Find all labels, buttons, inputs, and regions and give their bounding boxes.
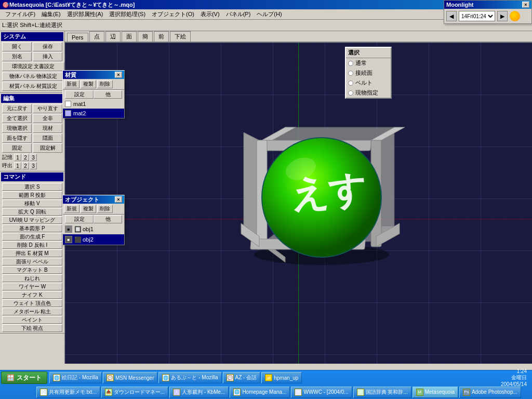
taskbar-wwwc[interactable]: W WWWC - [2004/0...	[291, 387, 352, 398]
mat-settings-button[interactable]: 設定	[65, 90, 94, 99]
insert-button[interactable]: 挿入	[33, 52, 62, 61]
taskbar-diary[interactable]: 🌐 絵日記 - Mozilla	[49, 372, 102, 383]
menu-edit[interactable]: 編集(E)	[38, 9, 64, 19]
metaball-cmd[interactable]: メタボール 粘土	[2, 308, 62, 315]
taskbar-game[interactable]: 人 人形裁判 - KbMe...	[169, 387, 229, 398]
save-button[interactable]: 保存	[33, 42, 62, 51]
recall-3[interactable]: 3	[30, 162, 37, 169]
menu-view[interactable]: 表示(V)	[197, 9, 223, 19]
memory-1[interactable]: 1	[14, 154, 21, 161]
current-select-button[interactable]: 現物選択	[2, 124, 32, 133]
moonlight-prev-btn[interactable]: ◀	[446, 11, 457, 21]
start-button[interactable]: 🪟 スタート	[1, 371, 47, 384]
menu-file[interactable]: ファイル(F)	[2, 9, 38, 19]
mat-other-button[interactable]: 他	[94, 90, 122, 99]
menu-help[interactable]: ヘルプ(H)	[254, 9, 285, 19]
tab-simple[interactable]: 簡	[138, 31, 153, 42]
delete-cmd[interactable]: 削除 D 反転 I	[2, 241, 62, 249]
recall-1[interactable]: 1	[14, 162, 21, 169]
menu-panel[interactable]: パネル(P)	[223, 9, 254, 19]
object-item-1[interactable]: ■ 🔲 obj1	[63, 224, 124, 234]
redo-button[interactable]: やり直す	[33, 104, 62, 113]
material-item-2[interactable]: mat2	[63, 109, 124, 118]
open-button[interactable]: 開く	[2, 42, 32, 51]
tab-pers[interactable]: Pers	[67, 33, 88, 42]
moonlight-close[interactable]: ×	[522, 2, 529, 8]
material-close-button[interactable]: ×	[115, 72, 122, 78]
tab-face[interactable]: 面	[122, 31, 137, 42]
taskbar-meta[interactable]: M Metasequoia	[413, 387, 458, 398]
taskbar-dl[interactable]: 📥 ダウンロードマネー...	[101, 387, 168, 398]
uv-cmd[interactable]: UVi映 U マッピング	[2, 216, 62, 224]
menu-object[interactable]: オブジェクト(O)	[149, 9, 197, 19]
wire-cmd[interactable]: ワイヤー W	[2, 283, 62, 290]
face-cmd[interactable]: 面の生成 F	[2, 233, 62, 241]
menu-select-attr[interactable]: 選択部属性(A)	[64, 9, 107, 19]
paint-cmd[interactable]: ペイント	[2, 316, 62, 324]
select-all-button[interactable]: 全て選択	[2, 114, 32, 123]
obj-copy-button[interactable]: 複製	[81, 205, 96, 213]
sel-item-belt[interactable]: ベルト	[346, 78, 391, 88]
move-cmd[interactable]: 移動 V	[2, 200, 62, 207]
sel-item-connect[interactable]: 接続面	[346, 68, 391, 78]
mat-copy-button[interactable]: 複製	[81, 80, 96, 88]
range-cmd[interactable]: 範囲 R 投影	[2, 191, 62, 199]
taskbar-dict[interactable]: 辞 国語辞典 英和辞...	[353, 387, 411, 398]
sel-item-current[interactable]: 現物指定	[346, 88, 391, 98]
taskbar-hpmgr[interactable]: 🌐 Homepage Mana...	[230, 387, 290, 398]
taskbar-memo[interactable]: 📄 共有用更新メモ.txt...	[36, 387, 100, 398]
undo-button[interactable]: 元に戻す	[2, 104, 32, 113]
weight-cmd[interactable]: ウェイト 頂点色	[2, 299, 62, 307]
recall-2[interactable]: 2	[22, 162, 29, 169]
material-item-1[interactable]: mat1	[63, 99, 124, 109]
select-none-button[interactable]: 全非	[33, 114, 62, 123]
select-cmd[interactable]: 選択 S	[2, 183, 62, 191]
radio-normal	[348, 61, 353, 66]
hide-face-button[interactable]: 面を隠す	[2, 134, 32, 143]
knife-cmd[interactable]: ナイフ K	[2, 291, 62, 299]
obj-settings-button[interactable]: 設定	[65, 215, 94, 223]
scale-cmd[interactable]: 拡大 Q 回転	[2, 208, 62, 216]
twist-cmd[interactable]: ねじれ	[2, 274, 62, 282]
fix-button[interactable]: 固定	[2, 143, 32, 153]
unfix-button[interactable]: 固定解	[33, 143, 62, 153]
taskbar-msn[interactable]: 💬 MSN Messenger	[103, 372, 157, 383]
taskbar-hpman[interactable]: 📁 hpman_up	[261, 372, 302, 383]
env-settings-button[interactable]: 環境設定 文書設定	[2, 62, 64, 71]
current-mat-button[interactable]: 現材	[33, 124, 62, 133]
taskbar-ps[interactable]: Ps Adobe Photoshop...	[459, 387, 521, 398]
obj-other-button[interactable]: 他	[94, 215, 122, 223]
saveas-button[interactable]: 別名	[2, 52, 32, 61]
bevel-cmd[interactable]: 面張り ベベル	[2, 258, 62, 265]
extrude-cmd[interactable]: 押出 E 材質 M	[2, 249, 62, 257]
obj-new-button[interactable]: 新規	[64, 205, 79, 213]
moonlight-next-btn[interactable]: ▶	[497, 11, 508, 21]
prim-cmd[interactable]: 基本図形 P	[2, 224, 62, 232]
tab-bg[interactable]: 下絵	[170, 31, 191, 42]
bg-cmd[interactable]: 下絵 視点	[2, 324, 62, 332]
mat-delete-button[interactable]: 削除	[97, 80, 113, 88]
selection-panel-title: 選択	[346, 48, 391, 58]
sel-item-normal[interactable]: 通常	[346, 58, 391, 68]
moonlight-time-select[interactable]: 14Fri01:24	[459, 11, 495, 21]
tab-edge[interactable]: 辺	[105, 31, 121, 42]
menu-select-proc[interactable]: 選択部処理(S)	[106, 9, 149, 19]
object-panel-button[interactable]: 物体パネル 物体設定	[2, 72, 64, 81]
magnet-cmd[interactable]: マグネット B	[2, 266, 62, 274]
tab-point[interactable]: 点	[89, 31, 104, 42]
tab-front[interactable]: 前	[154, 31, 169, 42]
taskbar-arubuto[interactable]: 🌐 あるぶ～と - Mozilla	[158, 372, 221, 383]
memory-3[interactable]: 3	[30, 154, 37, 161]
taskbar-az[interactable]: 💬 AZ - 会話	[223, 372, 261, 383]
hidden-face-button[interactable]: 隠面	[33, 134, 62, 143]
ps-icon: Ps	[463, 389, 470, 396]
obj-delete-button[interactable]: 削除	[97, 205, 113, 213]
viewport-canvas[interactable]: えす 選択 通常 接続面 ベルト	[65, 43, 532, 364]
object-item-2[interactable]: ■ ⬛ obj2	[63, 234, 124, 245]
object-close-button[interactable]: ×	[115, 196, 122, 203]
memory-2[interactable]: 2	[22, 154, 29, 161]
material-panel-button[interactable]: 材質パネル 材質設定	[2, 82, 64, 91]
dict-icon: 辞	[357, 389, 364, 396]
mat-new-button[interactable]: 新規	[64, 80, 79, 88]
obj-name-1: obj1	[83, 226, 94, 232]
